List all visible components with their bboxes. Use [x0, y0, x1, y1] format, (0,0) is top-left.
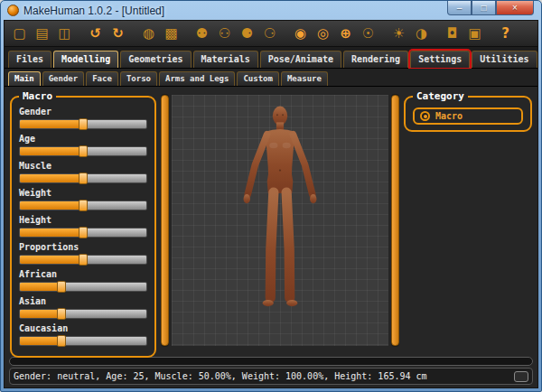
pose-figure-a-icon[interactable]: ⚉	[191, 23, 213, 44]
tab-rendering[interactable]: Rendering	[343, 51, 408, 68]
slider-age: Age	[19, 134, 147, 156]
reset-view-icon[interactable]: ☉	[357, 23, 379, 44]
slider-fill-caucasian	[20, 337, 61, 345]
tab-pose-animate[interactable]: Pose/Animate	[260, 51, 341, 68]
pose-figure-b-icon[interactable]: ⚇	[213, 23, 236, 44]
tab-measure[interactable]: Measure	[281, 71, 328, 86]
slider-label-height: Height	[19, 215, 147, 226]
slider-fill-weight	[20, 201, 83, 210]
tab-modelling[interactable]: Modelling	[53, 51, 118, 68]
slider-gender: Gender	[19, 107, 147, 129]
tab-main[interactable]: Main	[8, 71, 41, 86]
new-document-icon[interactable]: ▢	[8, 23, 31, 44]
smooth-mesh-icon[interactable]: ◍	[137, 23, 160, 44]
tab-files[interactable]: Files	[8, 51, 51, 68]
slider-track-gender[interactable]	[19, 119, 147, 129]
slider-handle-height[interactable]	[79, 227, 88, 238]
open-folder-icon[interactable]: ▤	[31, 23, 53, 44]
undo-icon[interactable]: ↺	[84, 23, 107, 44]
slider-handle-weight[interactable]	[79, 200, 88, 211]
tab-face[interactable]: Face	[86, 71, 118, 86]
status-grip[interactable]	[514, 371, 528, 382]
slider-muscle: Muscle	[19, 161, 147, 183]
main-tab-row: FilesModellingGeometriesMaterialsPose/An…	[5, 47, 537, 69]
left-scrollbar-thumb[interactable]	[161, 95, 169, 346]
slider-fill-height	[20, 229, 83, 237]
viewport-3d[interactable]	[171, 94, 389, 347]
slider-track-african[interactable]	[19, 282, 147, 292]
slider-fill-asian	[20, 310, 61, 318]
slider-fill-african	[20, 283, 61, 291]
macro-group-title: Macro	[19, 90, 56, 102]
slider-track-muscle[interactable]	[19, 173, 147, 183]
slider-fill-proportions	[20, 256, 83, 264]
slider-handle-age[interactable]	[79, 145, 88, 157]
symmetry-right-icon[interactable]: ◉	[289, 23, 312, 44]
minimize-button[interactable]: –	[447, 1, 472, 15]
slider-handle-asian[interactable]	[57, 308, 66, 320]
pose-figure-d-icon[interactable]: ⚆	[258, 23, 281, 44]
tab-settings[interactable]: Settings	[410, 51, 470, 68]
makehuman-window: MakeHuman 1.0.2 - [Untitled] – □ × ▢▤◫↺↻…	[0, 0, 542, 392]
slider-list: GenderAgeMuscleWeightHeightProportionsAf…	[19, 107, 147, 346]
tab-gender[interactable]: Gender	[42, 71, 85, 86]
tab-materials[interactable]: Materials	[193, 51, 258, 68]
camera-icon[interactable]: ◘	[441, 23, 463, 44]
right-scrollbar[interactable]	[391, 94, 399, 347]
slider-fill-gender	[20, 120, 83, 128]
slider-label-age: Age	[19, 134, 147, 145]
slider-handle-gender[interactable]	[79, 118, 88, 130]
category-group-title: Category	[413, 90, 468, 102]
category-item-macro[interactable]: Macro	[413, 107, 523, 125]
slider-track-age[interactable]	[19, 146, 147, 156]
right-scrollbar-thumb[interactable]	[391, 95, 399, 346]
radio-icon	[420, 111, 430, 121]
lighting-icon[interactable]: ☀	[388, 23, 410, 44]
slider-track-caucasian[interactable]	[19, 336, 147, 346]
grab-screen-icon[interactable]: ▣	[463, 23, 486, 44]
right-panel: Category Macro	[401, 87, 535, 354]
slider-label-asian: Asian	[19, 296, 147, 307]
macro-group: Macro GenderAgeMuscleWeightHeightProport…	[10, 96, 156, 358]
slider-track-proportions[interactable]	[19, 255, 147, 265]
radio-dot	[424, 115, 427, 118]
left-scrollbar[interactable]	[161, 94, 169, 347]
category-list: Macro	[413, 107, 523, 125]
slider-label-muscle: Muscle	[19, 161, 147, 172]
slider-label-proportions: Proportions	[19, 242, 147, 253]
tab-geometries[interactable]: Geometries	[120, 51, 191, 68]
slider-handle-muscle[interactable]	[79, 173, 88, 184]
slider-track-height[interactable]	[19, 228, 147, 238]
redo-icon[interactable]: ↻	[107, 23, 129, 44]
category-item-label: Macro	[435, 111, 463, 121]
toolbar: ▢▤◫↺↻◍▩⚉⚇⚈⚆◉◎⊕☉☀◑◘▣?	[5, 21, 537, 47]
pose-figure-c-icon[interactable]: ⚈	[236, 23, 258, 44]
symmetry-both-icon[interactable]: ⊕	[334, 23, 357, 44]
human-model	[225, 104, 336, 321]
save-package-icon[interactable]: ◫	[53, 23, 76, 44]
slider-label-african: African	[19, 269, 147, 280]
app-frame: ▢▤◫↺↻◍▩⚉⚇⚈⚆◉◎⊕☉☀◑◘▣? FilesModellingGeome…	[4, 20, 538, 388]
progress-bar	[9, 357, 533, 366]
slider-track-weight[interactable]	[19, 201, 147, 210]
tab-arms-and-legs[interactable]: Arms and Legs	[159, 71, 235, 86]
help-icon[interactable]: ?	[494, 23, 517, 44]
material-sphere-icon[interactable]: ◑	[410, 23, 433, 44]
symmetry-left-icon[interactable]: ◎	[312, 23, 334, 44]
wireframe-sphere-icon[interactable]: ▩	[160, 23, 182, 44]
slider-label-weight: Weight	[19, 188, 147, 199]
content-area: Macro GenderAgeMuscleWeightHeightProport…	[5, 87, 537, 354]
window-controls: – □ ×	[447, 1, 534, 15]
close-button[interactable]: ×	[496, 1, 534, 15]
tab-utilities[interactable]: Utilities	[472, 51, 537, 68]
slider-handle-african[interactable]	[57, 281, 66, 293]
slider-track-asian[interactable]	[19, 309, 147, 319]
slider-handle-caucasian[interactable]	[57, 335, 66, 347]
tab-torso[interactable]: Torso	[120, 71, 157, 86]
slider-proportions: Proportions	[19, 242, 147, 265]
maximize-button[interactable]: □	[472, 1, 496, 15]
status-text: Gender: neutral, Age: 25, Muscle: 50.00%…	[14, 371, 509, 381]
slider-handle-proportions[interactable]	[79, 254, 88, 266]
tab-custom[interactable]: Custom	[237, 71, 279, 86]
slider-fill-age	[20, 147, 83, 155]
